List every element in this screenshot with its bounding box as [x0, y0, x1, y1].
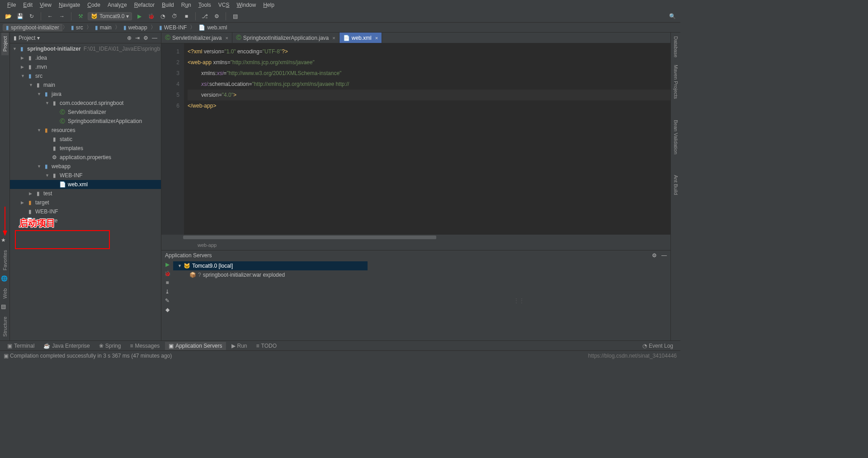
crumb-src[interactable]: ▮src	[68, 24, 86, 31]
scrollbar-thumb[interactable]	[183, 236, 436, 239]
java-enterprise-tab[interactable]: ☕ Java Enterprise	[40, 342, 93, 350]
debug-server-icon[interactable]: 🐞	[164, 270, 171, 277]
crumb-webapp[interactable]: ▮webapp	[120, 24, 151, 31]
tree-templates[interactable]: ▮templates	[10, 144, 161, 153]
collapse-icon[interactable]: ⇥	[135, 35, 140, 41]
edit-icon[interactable]: ✎	[165, 297, 170, 304]
run-tab[interactable]: ▶ Run	[228, 342, 251, 350]
tree-gitignore[interactable]: 📄.gitignore	[10, 216, 161, 225]
code-editor[interactable]: 123456 <?xml version="1.0" encoding="UTF…	[161, 43, 670, 235]
tree-package[interactable]: ▼▮com.codecoord.springboot	[10, 99, 161, 108]
menu-edit[interactable]: Edit	[19, 2, 36, 8]
application-servers-tab[interactable]: ▣ Application Servers	[165, 342, 226, 350]
tree-static[interactable]: ▮static	[10, 135, 161, 144]
tree-appprops[interactable]: ⚙application.properties	[10, 153, 161, 162]
coverage-icon[interactable]: ◔	[158, 12, 167, 21]
structure-tool-icon[interactable]: ▤	[1, 303, 9, 312]
menu-code[interactable]: Code	[84, 2, 104, 8]
maven-tool-tab[interactable]: Maven Projects	[672, 61, 679, 103]
messages-tab[interactable]: ≡ Messages	[126, 342, 163, 350]
menu-tools[interactable]: Tools	[195, 2, 215, 8]
tree-java[interactable]: ▼▮java	[10, 90, 161, 99]
hide-icon[interactable]: —	[661, 252, 667, 259]
menu-navigate[interactable]: Navigate	[55, 2, 84, 8]
locate-icon[interactable]: ⊕	[127, 35, 132, 41]
tree-class1[interactable]: ⒸServletInitializer	[10, 108, 161, 117]
menu-window[interactable]: Window	[233, 2, 259, 8]
tree-src[interactable]: ▼▮src	[10, 71, 161, 80]
web-tool-tab[interactable]: Web	[1, 285, 9, 302]
tree-webapp[interactable]: ▼▮webapp	[10, 162, 161, 171]
tree-webinf2[interactable]: ▮WEB-INF	[10, 207, 161, 216]
project-tool-tab[interactable]: Project	[1, 33, 9, 55]
close-icon[interactable]: ×	[332, 35, 335, 41]
tab-springboot-app[interactable]: ⒸSpringbootInitializerApplication.java×	[232, 33, 340, 43]
close-icon[interactable]: ×	[225, 35, 228, 41]
tree-class2[interactable]: ⒸSpringbootInitializerApplication	[10, 117, 161, 126]
horizontal-scrollbar[interactable]	[161, 235, 670, 240]
favorites-tool-tab[interactable]: Favorites	[1, 246, 9, 274]
run-server-icon[interactable]: ▶	[165, 261, 170, 268]
menu-vcs[interactable]: VCS	[215, 2, 233, 8]
menu-file[interactable]: File	[4, 2, 19, 8]
tree-resources[interactable]: ▼▮resources	[10, 126, 161, 135]
forward-icon[interactable]: →	[57, 12, 66, 21]
tree-webinf[interactable]: ▼▮WEB-INF	[10, 171, 161, 180]
hide-icon[interactable]: —	[152, 35, 157, 41]
stop-server-icon[interactable]: ■	[165, 279, 169, 286]
run-config-selector[interactable]: 🐱 Tomcat9.0 ▾	[88, 12, 132, 20]
gear-icon[interactable]: ⚙	[652, 252, 657, 259]
menu-help[interactable]: Help	[259, 2, 278, 8]
deploy-icon[interactable]: ⤓	[165, 288, 170, 295]
editor-breadcrumb[interactable]: web-app	[161, 240, 670, 250]
bean-validation-tool-tab[interactable]: Bean Validation	[672, 116, 679, 158]
project-title[interactable]: ▮ Project ▾	[14, 35, 40, 41]
gear-icon[interactable]: ⚙	[143, 35, 148, 41]
stop-icon[interactable]: ■	[182, 12, 191, 21]
code-content[interactable]: <?xml version="1.0" encoding="UTF-8"?> <…	[184, 43, 670, 235]
debug-icon[interactable]: 🐞	[146, 12, 156, 21]
tree-target[interactable]: ▶▮target	[10, 198, 161, 207]
drag-handle-icon[interactable]: ⋮⋮	[368, 260, 670, 340]
profile-icon[interactable]: ⏱	[170, 12, 179, 21]
terminal-tab[interactable]: ▣ Terminal	[4, 342, 38, 350]
hammer-icon[interactable]: ⚒	[76, 12, 85, 21]
run-icon[interactable]: ▶	[135, 12, 144, 21]
web-icon[interactable]: 🌐	[1, 275, 9, 283]
back-icon[interactable]: ←	[46, 12, 55, 21]
spring-tab[interactable]: ❀ Spring	[95, 342, 125, 350]
crumb-root[interactable]: ▮springboot-initializer	[3, 24, 62, 31]
structure-tool-tab[interactable]: Structure	[1, 313, 9, 340]
vcs-icon[interactable]: ⎇	[200, 12, 209, 21]
tab-webxml[interactable]: 📄web.xml×	[340, 33, 382, 43]
artifact-node[interactable]: 📦?springboot-initializer:war exploded	[173, 270, 368, 279]
search-icon[interactable]: 🔍	[668, 12, 677, 21]
save-icon[interactable]: 💾	[15, 12, 24, 21]
appserver-tree[interactable]: ▼🐱Tomcat9.0 [local] 📦?springboot-initial…	[173, 260, 368, 340]
project-tree[interactable]: ▼▮springboot-initializerF:\01_IDEA\01_Ja…	[10, 43, 161, 340]
refresh-icon[interactable]: ↻	[27, 12, 36, 21]
tree-root[interactable]: ▼▮springboot-initializerF:\01_IDEA\01_Ja…	[10, 44, 161, 53]
crumb-file[interactable]: 📄web.xml	[195, 24, 230, 31]
settings-icon[interactable]: ⚙	[212, 12, 221, 21]
open-icon[interactable]: 📂	[4, 12, 13, 21]
artifacts-icon[interactable]: ◆	[165, 307, 170, 313]
tree-mvn[interactable]: ▶▮.mvn	[10, 62, 161, 71]
ant-build-tool-tab[interactable]: Ant Build	[672, 171, 679, 198]
menu-run[interactable]: Run	[178, 2, 195, 8]
tree-main[interactable]: ▼▮main	[10, 80, 161, 90]
menu-view[interactable]: View	[36, 2, 55, 8]
menu-analyze[interactable]: Analyze	[104, 2, 131, 8]
server-node-tomcat[interactable]: ▼🐱Tomcat9.0 [local]	[173, 261, 368, 270]
tree-webxml[interactable]: 📄web.xml	[10, 180, 161, 189]
crumb-main[interactable]: ▮main	[92, 24, 115, 31]
tree-test[interactable]: ▶▮test	[10, 189, 161, 198]
crumb-webinf[interactable]: ▮WEB-INF	[156, 24, 190, 31]
database-tool-tab[interactable]: Database	[672, 33, 679, 61]
todo-tab[interactable]: ≡ TODO	[253, 342, 280, 350]
structure-icon[interactable]: ▤	[231, 12, 240, 21]
close-icon[interactable]: ×	[375, 35, 378, 41]
tree-idea[interactable]: ▶▮.idea	[10, 53, 161, 62]
status-corner-icon[interactable]: ▣	[4, 353, 9, 359]
menu-refactor[interactable]: Refactor	[131, 2, 158, 8]
